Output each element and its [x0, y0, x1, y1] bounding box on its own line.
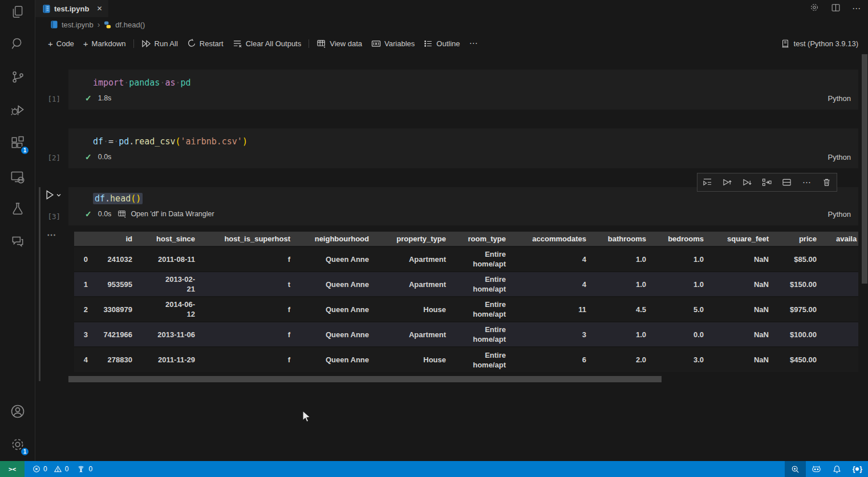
remote-explorer-icon[interactable]	[0, 164, 35, 190]
table-cell: Queen Anne	[296, 246, 375, 272]
table-cell: 7421966	[94, 322, 138, 347]
table-cell: f	[201, 322, 296, 347]
cell-focus-indicator	[39, 187, 40, 381]
table-cell: 4	[512, 272, 592, 297]
error-icon	[33, 465, 40, 473]
code-cell-3[interactable]: df.head() ✓ 0.0s Open 'df' in Data Wrang…	[68, 187, 858, 225]
add-code-cell-button[interactable]: + Code	[43, 36, 79, 51]
column-header: price	[774, 232, 822, 246]
table-cell: $100.00	[774, 322, 822, 347]
dataframe-table: idhost_sincehost_is_superhostneighbourho…	[74, 232, 858, 372]
outline-button[interactable]: Outline	[419, 36, 464, 51]
variables-button[interactable]: Variables	[367, 36, 419, 51]
error-count: 0	[43, 465, 47, 473]
code-cell-1[interactable]: import·pandas·as·pd ✓ 1.8s Python	[68, 70, 858, 110]
cell-status-bar: ✓ 1.8s Python	[68, 88, 858, 103]
settings-gear-icon[interactable]: 1	[0, 431, 35, 458]
cell-language-picker[interactable]: Python	[828, 94, 851, 103]
extensions-badge: 1	[20, 145, 30, 155]
breadcrumb-separator: ›	[98, 20, 100, 29]
table-cell: Queen Anne	[296, 272, 375, 297]
notebook-file-icon	[43, 5, 50, 13]
cell-more-actions-icon[interactable]: ⋯	[799, 175, 815, 191]
execute-cells-icon[interactable]	[699, 175, 715, 191]
ports-count: 0	[88, 465, 92, 473]
comments-icon[interactable]	[0, 228, 35, 254]
toolbar-divider	[133, 39, 134, 48]
cell-language-picker[interactable]: Python	[828, 153, 851, 161]
editor-area: test.ipynb ✕ ⋯ test.ipynb › df.head() + …	[35, 0, 868, 461]
zoom-status-icon[interactable]	[785, 461, 806, 477]
success-check-icon: ✓	[85, 209, 92, 219]
explorer-icon[interactable]	[0, 0, 35, 25]
table-cell: $85.00	[774, 246, 822, 272]
vertical-scrollbar[interactable]	[862, 54, 867, 284]
open-data-wrangler-link[interactable]: Open 'df' in Data Wrangler	[117, 210, 214, 218]
cell-language-picker[interactable]: Python	[828, 210, 851, 219]
tab-test-ipynb[interactable]: test.ipynb ✕	[35, 0, 108, 17]
split-cell-icon[interactable]	[779, 175, 795, 191]
account-icon[interactable]	[0, 398, 35, 425]
toolbar-divider	[309, 39, 309, 48]
cell-hover-toolbar: ⋯	[697, 173, 837, 192]
restart-button[interactable]: Restart	[182, 36, 228, 51]
kernel-icon	[781, 39, 790, 48]
table-cell: 0	[74, 246, 94, 272]
notebook-settings-gear-icon[interactable]	[809, 2, 820, 15]
remote-indicator[interactable]: ><	[0, 461, 25, 477]
notebook-file-icon	[51, 21, 58, 29]
execution-count: [1]	[42, 95, 60, 103]
problems-indicator[interactable]: 0 0	[33, 465, 68, 473]
outline-list-icon	[424, 39, 433, 48]
table-cell: Queen Anne	[296, 347, 375, 372]
run-debug-icon[interactable]	[0, 96, 35, 123]
table-cell: t	[201, 272, 296, 297]
add-markdown-cell-button[interactable]: + Markdown	[79, 36, 131, 51]
column-header: neighbourhood	[296, 232, 375, 246]
view-data-button[interactable]: View data	[312, 36, 367, 51]
table-cell: 11	[512, 297, 592, 322]
breadcrumb-symbol[interactable]: df.head()	[115, 21, 145, 29]
table-cell: Entire home/apt	[452, 322, 512, 347]
run-all-button[interactable]: Run All	[137, 36, 182, 51]
execution-time: 0.0s	[98, 153, 112, 161]
braces-status-icon[interactable]: { }	[847, 461, 868, 477]
table-cell	[822, 246, 858, 272]
copilot-icon[interactable]	[806, 461, 827, 477]
data-wrangler-cell-icon[interactable]	[759, 175, 775, 191]
editor-more-actions-icon[interactable]: ⋯	[852, 3, 861, 14]
execute-cell-and-below-icon[interactable]	[739, 175, 755, 191]
tab-close-icon[interactable]: ✕	[96, 5, 102, 13]
table-cell: 2011-11-29	[138, 347, 201, 372]
execute-above-cells-icon[interactable]	[719, 175, 735, 191]
clear-all-outputs-button[interactable]: Clear All Outputs	[228, 36, 306, 51]
search-icon[interactable]	[0, 30, 35, 56]
notifications-bell-icon[interactable]	[827, 461, 847, 477]
ports-indicator[interactable]: 0	[76, 465, 92, 473]
table-cell	[822, 347, 858, 372]
execution-time: 0.0s	[98, 210, 112, 218]
testing-icon[interactable]	[0, 196, 35, 222]
code-line[interactable]: df·=·pd.read_csv('airbnb.csv')	[68, 128, 858, 147]
table-cell: 2011-08-11	[138, 246, 201, 272]
table-cell: 1	[74, 272, 94, 297]
delete-cell-icon[interactable]	[818, 175, 834, 191]
clear-all-outputs-label: Clear All Outputs	[246, 39, 302, 48]
table-cell: Apartment	[375, 246, 452, 272]
run-cell-button[interactable]	[45, 189, 62, 200]
kernel-picker[interactable]: test (Python 3.9.13)	[781, 32, 858, 55]
table-cell	[822, 297, 858, 322]
horizontal-scrollbar[interactable]	[68, 376, 662, 382]
output-options-icon[interactable]: ⋯	[47, 229, 56, 240]
table-cell: 2014-06- 12	[138, 297, 201, 322]
code-line[interactable]: import·pandas·as·pd	[68, 70, 858, 88]
split-editor-icon[interactable]	[831, 3, 841, 15]
source-control-icon[interactable]	[0, 64, 35, 90]
code-cell-2[interactable]: df·=·pd.read_csv('airbnb.csv') ✓ 0.0s Py…	[68, 128, 858, 168]
table-row: 02410322011-08-11fQueen AnneApartmentEnt…	[74, 246, 858, 272]
toolbar-more-actions-icon[interactable]: ⋯	[465, 36, 483, 51]
extensions-icon[interactable]: 1	[0, 130, 35, 156]
tab-bar: test.ipynb ✕ ⋯	[35, 0, 868, 17]
breadcrumb-file[interactable]: test.ipynb	[62, 21, 94, 29]
table-cell: 1.0	[592, 322, 652, 347]
